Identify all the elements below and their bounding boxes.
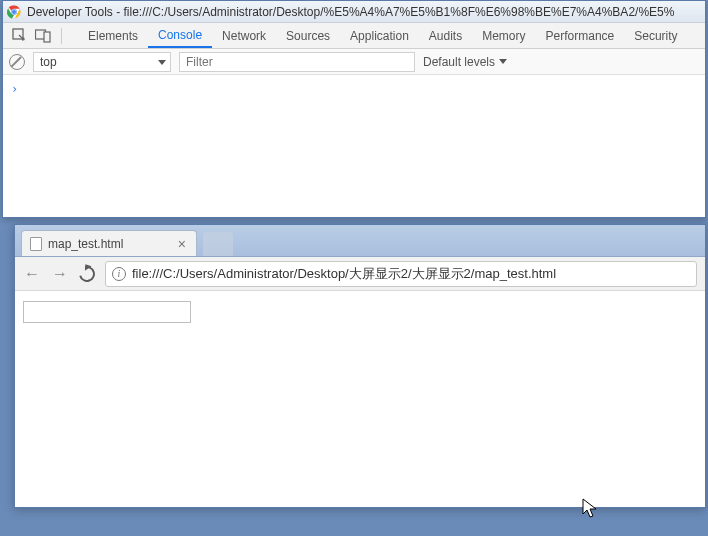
back-button[interactable]: ← xyxy=(23,265,41,283)
browser-window: map_test.html × ← → i file:///C:/Users/A… xyxy=(14,224,706,508)
tab-title: map_test.html xyxy=(48,237,123,251)
tab-console[interactable]: Console xyxy=(148,23,212,48)
context-selector-label: top xyxy=(40,55,57,69)
toolbar-divider xyxy=(61,28,62,44)
tab-network[interactable]: Network xyxy=(212,23,276,48)
console-prompt: › xyxy=(11,82,18,96)
address-bar[interactable]: i file:///C:/Users/Administrator/Desktop… xyxy=(105,261,697,287)
reload-button[interactable] xyxy=(76,263,98,285)
browser-tab[interactable]: map_test.html × xyxy=(21,230,197,256)
chevron-down-icon xyxy=(158,60,166,65)
tab-performance[interactable]: Performance xyxy=(536,23,625,48)
browser-tab-strip: map_test.html × xyxy=(15,225,705,257)
page-content xyxy=(15,291,705,507)
tab-elements[interactable]: Elements xyxy=(78,23,148,48)
devtools-titlebar[interactable]: Developer Tools - file:///C:/Users/Admin… xyxy=(3,1,705,23)
chevron-down-icon xyxy=(499,59,507,64)
console-filter-input[interactable] xyxy=(179,52,415,72)
tab-security[interactable]: Security xyxy=(624,23,687,48)
arrow-right-icon: → xyxy=(52,266,68,282)
page-select-input[interactable] xyxy=(23,301,191,323)
log-levels-label: Default levels xyxy=(423,55,495,69)
devtools-toolbar: Elements Console Network Sources Applica… xyxy=(3,23,705,49)
devtools-tabs: Elements Console Network Sources Applica… xyxy=(78,23,688,48)
close-tab-icon[interactable]: × xyxy=(176,236,188,252)
console-toolbar: top Default levels xyxy=(3,49,705,75)
inspect-element-icon[interactable] xyxy=(9,26,29,46)
forward-button[interactable]: → xyxy=(51,265,69,283)
browser-toolbar: ← → i file:///C:/Users/Administrator/Des… xyxy=(15,257,705,291)
devtools-window: Developer Tools - file:///C:/Users/Admin… xyxy=(2,0,706,218)
chrome-icon xyxy=(7,5,21,19)
site-info-icon[interactable]: i xyxy=(112,267,126,281)
arrow-left-icon: ← xyxy=(24,266,40,282)
log-levels-selector[interactable]: Default levels xyxy=(423,55,521,69)
clear-console-icon[interactable] xyxy=(9,54,25,70)
new-tab-button[interactable] xyxy=(203,232,233,256)
tab-memory[interactable]: Memory xyxy=(472,23,535,48)
url-text: file:///C:/Users/Administrator/Desktop/大… xyxy=(132,265,690,283)
tab-application[interactable]: Application xyxy=(340,23,419,48)
svg-point-2 xyxy=(12,9,17,14)
device-toolbar-icon[interactable] xyxy=(33,26,53,46)
tab-audits[interactable]: Audits xyxy=(419,23,472,48)
console-body[interactable]: › xyxy=(3,75,705,101)
svg-rect-5 xyxy=(44,32,50,42)
context-selector[interactable]: top xyxy=(33,52,171,72)
devtools-title: Developer Tools - file:///C:/Users/Admin… xyxy=(27,5,674,19)
tab-sources[interactable]: Sources xyxy=(276,23,340,48)
file-icon xyxy=(30,237,42,251)
